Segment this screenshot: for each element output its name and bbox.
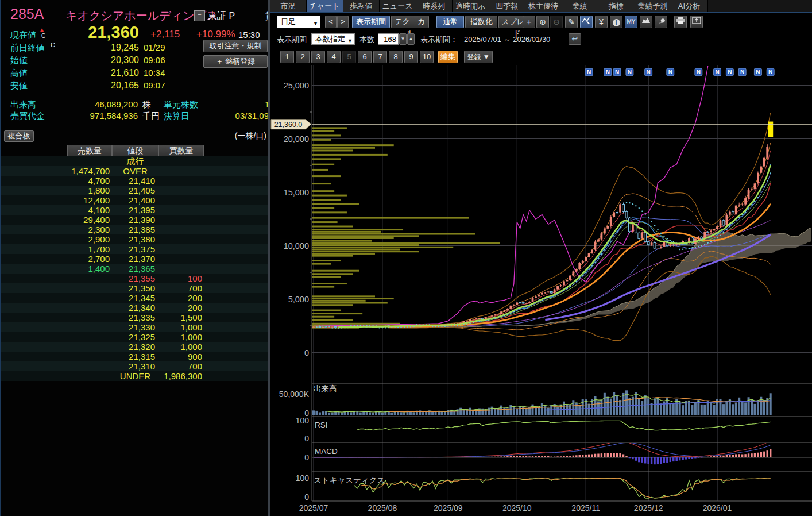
bid-row[interactable]: 21,310700 <box>1 361 269 371</box>
svg-text:N: N <box>715 69 719 75</box>
technical-button[interactable]: テクニカル <box>391 16 429 28</box>
export-icon[interactable] <box>690 16 703 28</box>
bid-row[interactable]: 21,350700 <box>1 283 269 293</box>
register-stock-button[interactable]: ＋ 銘柄登録 <box>203 55 268 68</box>
ask-row[interactable]: 1,80021,405 <box>1 186 269 195</box>
display-period-button[interactable]: 表示期間 <box>352 16 390 28</box>
tab-4[interactable]: ニュース <box>380 0 416 12</box>
chart-page-button-8[interactable]: 8 <box>389 51 403 63</box>
prev-button[interactable]: < <box>325 16 337 28</box>
tab-7[interactable]: 四季報 <box>489 0 525 12</box>
quote-time: 09:06 <box>144 55 165 65</box>
x-axis-label: 2025/12 <box>634 503 663 513</box>
bid-row[interactable]: 21,3251,000 <box>1 332 269 342</box>
indexed-mode-button[interactable]: 指数化 <box>465 16 497 28</box>
count-mode-select[interactable]: 本数指定▼ <box>311 33 355 45</box>
zoom-out-icon[interactable]: ⊖ <box>550 16 563 28</box>
printer-icon[interactable] <box>674 16 687 28</box>
register-chart-button[interactable]: 登録 ▼ <box>464 51 493 63</box>
tab-1[interactable]: 市況 <box>270 0 307 12</box>
area-chart-icon[interactable] <box>640 16 652 28</box>
ask-row[interactable]: 1,70021,375 <box>1 244 269 254</box>
bid-row[interactable]: 21,3301,000 <box>1 322 269 332</box>
chart-page-button-4[interactable]: 4 <box>327 51 341 63</box>
quote-unit: 千円 <box>142 111 160 122</box>
bid-row[interactable]: 21,3201,000 <box>1 342 269 352</box>
tab-12[interactable]: AI分析 <box>671 0 708 12</box>
zoom-in-icon[interactable]: ⊕ <box>536 16 549 28</box>
trade-caution-button[interactable]: 取引注意・規制 <box>203 40 268 52</box>
ask-row[interactable]: 12,40021,400 <box>1 195 269 205</box>
ask-row[interactable]: 2,70021,370 <box>1 254 269 264</box>
tab-6[interactable]: 適時開示 <box>453 0 489 12</box>
over-row[interactable]: 1,474,700OVER <box>1 166 269 176</box>
ask-row[interactable]: 4,70021,410 <box>1 176 269 186</box>
add-icon[interactable]: ＋ <box>523 16 535 28</box>
board-cell: 1,400 <box>47 264 110 274</box>
news-markers[interactable]: NNNNNNNNNNNN <box>585 68 774 76</box>
bid-row[interactable]: 21,3351,500 <box>1 313 269 322</box>
svg-text:RSI: RSI <box>315 421 328 429</box>
tab-8[interactable]: 株主優待 <box>525 0 562 12</box>
ask-row[interactable]: 2,30021,385 <box>1 225 269 234</box>
bid-row[interactable]: 21,345200 <box>1 293 269 303</box>
yen-icon[interactable]: ¥ <box>595 16 608 28</box>
board-cell: 21,385 <box>114 225 155 234</box>
tab-3[interactable]: 歩み値 <box>343 0 380 12</box>
quote-label: 前日終値 <box>10 43 45 53</box>
chart-page-button-10[interactable]: 10 <box>420 51 434 63</box>
under-row[interactable]: UNDER1,986,300 <box>1 371 269 381</box>
board-cell: 21,315 <box>114 352 155 361</box>
bid-row[interactable]: 21,315900 <box>1 352 269 361</box>
quote-label: 決算日 <box>164 111 190 122</box>
reset-period-button[interactable]: ↩ <box>569 33 581 45</box>
tab-bar: 市況チャート歩み値ニュース時系列適時開示四季報株主優待業績指標業績予測AI分析 <box>270 0 812 13</box>
info-icon[interactable]: i <box>610 16 622 28</box>
tab-5[interactable]: 時系列 <box>416 0 453 12</box>
spin-down-button[interactable]: ▼ <box>399 33 407 45</box>
tab-10[interactable]: 指標 <box>598 0 635 12</box>
composite-board-button[interactable]: 複合板 <box>4 130 34 142</box>
board-cell: 21,410 <box>114 176 155 186</box>
my-chart-icon[interactable]: MY <box>625 16 637 28</box>
bid-row[interactable]: 21,355100 <box>1 274 269 283</box>
chart-page-button-3[interactable]: 3 <box>311 51 325 63</box>
board-header: 売数量 <box>67 145 112 156</box>
current-price-tag: 21,360.0 <box>271 120 311 129</box>
price-overlays <box>314 66 811 341</box>
ask-row[interactable]: 4,10021,395 <box>1 205 269 215</box>
svg-text:5,000: 5,000 <box>288 295 309 304</box>
chart-page-button-5[interactable]: 5 <box>342 51 356 63</box>
market-order-row[interactable]: 成行 <box>1 156 269 166</box>
ask-row[interactable]: 2,90021,380 <box>1 234 269 244</box>
bid-row[interactable]: 21,340200 <box>1 303 269 313</box>
tab-2[interactable]: チャート <box>307 0 343 12</box>
document-icon[interactable]: ≡ <box>194 10 205 21</box>
ask-row[interactable]: 29,40021,390 <box>1 215 269 225</box>
timeframe-select[interactable]: 日足▼ <box>277 16 320 28</box>
spin-up-button[interactable]: ▲ <box>407 33 415 45</box>
trendline-icon[interactable] <box>580 16 593 28</box>
bar-count-input[interactable] <box>378 33 399 45</box>
chart-page-button-6[interactable]: 6 <box>358 51 372 63</box>
tab-11[interactable]: 業績予測 <box>635 0 671 12</box>
wrench-icon[interactable] <box>655 16 667 28</box>
chart-page-button-7[interactable]: 7 <box>373 51 387 63</box>
x-axis-label: 2025/10 <box>502 503 532 513</box>
macd-pane <box>312 440 812 465</box>
edit-button[interactable]: 編集 <box>438 51 458 63</box>
tab-9[interactable]: 業績 <box>562 0 598 12</box>
chevron-down-icon: ▼ <box>313 18 318 29</box>
price-change: +2,115 <box>150 29 180 40</box>
board-cell: 21,375 <box>114 244 155 254</box>
chart-page-button-9[interactable]: 9 <box>404 51 418 63</box>
stock-code: 285A <box>10 6 44 22</box>
pencil-icon[interactable]: ✎ <box>565 16 578 28</box>
ask-row[interactable]: 1,40021,365 <box>1 264 269 274</box>
chart-page-button-1[interactable]: 1 <box>280 51 294 63</box>
next-button[interactable]: > <box>337 16 349 28</box>
board-cell: 900 <box>160 352 202 361</box>
price-chart[interactable]: 05,00010,00015,00020,00025,0002025/07202… <box>270 65 812 516</box>
chart-page-button-2[interactable]: 2 <box>296 51 310 63</box>
normal-mode-button[interactable]: 通常 <box>436 16 464 28</box>
